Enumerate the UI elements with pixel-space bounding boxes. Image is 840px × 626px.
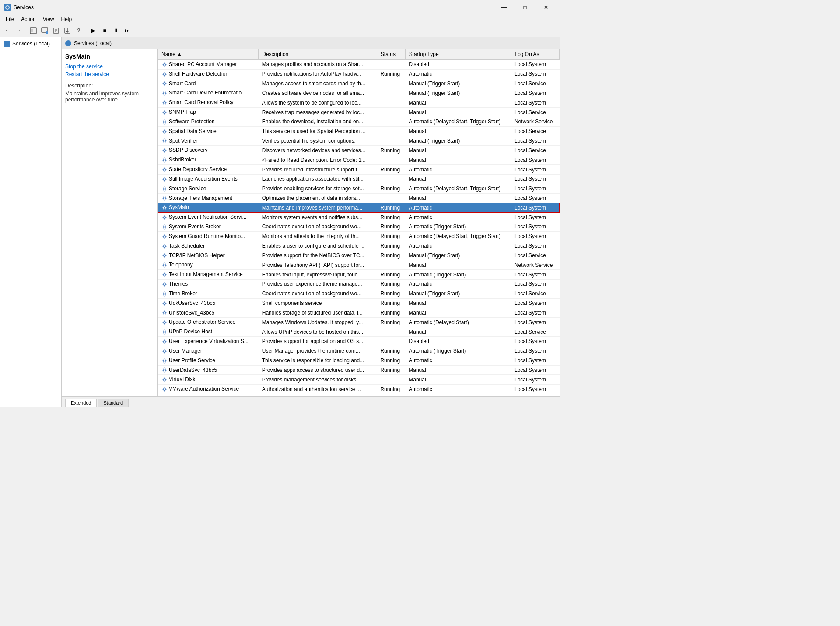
start-button[interactable]: ▶ [88, 25, 98, 36]
table-row[interactable]: Shell Hardware DetectionProvides notific… [158, 69, 560, 79]
back-button[interactable]: ← [2, 25, 13, 36]
table-row[interactable]: Spot VerifierVerifies potential file sys… [158, 136, 560, 146]
forward-button[interactable]: → [14, 25, 24, 36]
service-startup-cell: Manual [405, 98, 511, 108]
table-row[interactable]: UPnP Device HostAllows UPnP devices to b… [158, 327, 560, 337]
table-row[interactable]: UserDataSvc_43bc5Provides apps access to… [158, 365, 560, 375]
restart-service-link[interactable]: Restart the service [65, 71, 154, 77]
service-desc-cell: Monitors and attests to the integrity of… [259, 231, 377, 241]
service-startup-cell: Manual [405, 308, 511, 318]
table-row[interactable]: Software ProtectionEnables the download,… [158, 117, 560, 126]
menu-help[interactable]: Help [58, 15, 76, 23]
service-list-container[interactable]: Name ▲ Description Status Startup Type L… [158, 49, 560, 396]
table-row[interactable]: Shared PC Account ManagerManages profile… [158, 59, 560, 69]
service-logon-cell: Local System [511, 356, 560, 365]
service-status-cell: Running [377, 165, 405, 175]
col-startup[interactable]: Startup Type [405, 49, 511, 59]
service-desc-cell: Optimizes the placement of data in stora… [259, 193, 377, 203]
table-row[interactable]: Task SchedulerEnables a user to configur… [158, 241, 560, 251]
service-name-cell: Storage Tiers Management [158, 193, 259, 203]
table-row[interactable]: SNMP TrapReceives trap messages generate… [158, 108, 560, 117]
table-row[interactable]: UnistoreSvc_43bc5Handles storage of stru… [158, 308, 560, 318]
table-row[interactable]: Storage ServiceProvides enabling service… [158, 184, 560, 193]
table-row[interactable]: Text Input Management ServiceEnables tex… [158, 270, 560, 280]
service-name-cell: UdkUserSvc_43bc5 [158, 298, 259, 308]
service-startup-cell: Automatic (Delayed Start, Trigger Start) [405, 231, 511, 241]
service-name-cell: Task Scheduler [158, 241, 259, 251]
table-row[interactable]: Storage Tiers ManagementOptimizes the pl… [158, 193, 560, 203]
table-row[interactable]: Smart Card Device Enumeratio...Creates s… [158, 88, 560, 98]
table-row[interactable]: System Events BrokerCoordinates executio… [158, 222, 560, 232]
table-row[interactable]: System Event Notification Servi...Monito… [158, 213, 560, 222]
table-row[interactable]: TCP/IP NetBIOS HelperProvides support fo… [158, 251, 560, 260]
export-button[interactable] [62, 25, 73, 36]
table-row[interactable]: User Profile ServiceThis service is resp… [158, 356, 560, 365]
service-name-cell: System Event Notification Servi... [158, 213, 259, 222]
svg-point-43 [164, 369, 166, 371]
up-button[interactable] [39, 25, 50, 36]
svg-point-40 [164, 340, 166, 343]
service-desc-cell: Enables text input, expressive input, to… [259, 270, 377, 280]
svg-point-21 [164, 159, 166, 161]
table-row[interactable]: TelephonyProvides Telephony API (TAPI) s… [158, 260, 560, 270]
table-row[interactable]: Smart CardManages access to smart cards … [158, 79, 560, 88]
svg-point-1 [6, 6, 9, 9]
table-row[interactable]: SSDP DiscoveryDiscovers networked device… [158, 146, 560, 155]
col-status[interactable]: Status [377, 49, 405, 59]
table-row[interactable]: User Experience Virtualization S...Provi… [158, 337, 560, 346]
table-row[interactable]: Still Image Acquisition EventsLaunches a… [158, 174, 560, 184]
close-button[interactable]: ✕ [536, 0, 556, 14]
toolbar-separator-1 [26, 27, 26, 35]
service-name-cell: SshdBroker [158, 155, 259, 165]
service-name-cell: Smart Card Device Enumeratio... [158, 88, 259, 98]
service-logon-cell: Local System [511, 346, 560, 356]
service-desc-cell: Verifies potential file system corruptio… [259, 136, 377, 146]
table-row[interactable]: Smart Card Removal PolicyAllows the syst… [158, 98, 560, 108]
menu-view[interactable]: View [39, 15, 58, 23]
svg-point-17 [164, 121, 166, 123]
table-row[interactable]: Virtual DiskProvides management services… [158, 375, 560, 385]
maximize-button[interactable]: □ [515, 0, 535, 14]
service-name-cell: SysMain [158, 203, 259, 213]
service-desc-cell: Maintains and improves system performa..… [259, 203, 377, 213]
svg-point-24 [164, 188, 166, 190]
service-status-cell: Running [377, 280, 405, 289]
table-row[interactable]: User ManagerUser Manager provides the ru… [158, 346, 560, 356]
stop-service-link[interactable]: Stop the service [65, 63, 154, 70]
service-desc-cell: Coordinates execution of background wo..… [259, 289, 377, 298]
table-row[interactable]: State Repository ServiceProvides require… [158, 165, 560, 175]
menu-file[interactable]: File [2, 15, 18, 23]
service-name-cell: System Guard Runtime Monito... [158, 231, 259, 241]
service-startup-cell: Automatic [405, 241, 511, 251]
properties-button[interactable] [51, 25, 61, 36]
svg-point-5 [46, 31, 48, 34]
table-row[interactable]: UdkUserSvc_43bc5Shell components service… [158, 298, 560, 308]
service-logon-cell: Local System [511, 270, 560, 280]
menu-action[interactable]: Action [18, 15, 39, 23]
stop-button[interactable]: ■ [99, 25, 110, 36]
col-logon[interactable]: Log On As [511, 49, 560, 59]
show-hide-console-button[interactable] [28, 25, 38, 36]
pause-button[interactable]: ⏸ [111, 25, 121, 36]
table-row[interactable]: SysMainMaintains and improves system per… [158, 203, 560, 213]
table-row[interactable]: System Guard Runtime Monito...Monitors a… [158, 231, 560, 241]
table-row[interactable]: ThemesProvides user experience theme man… [158, 280, 560, 289]
table-row[interactable]: SshdBroker<Failed to Read Description. E… [158, 155, 560, 165]
tab-extended[interactable]: Extended [65, 399, 97, 407]
help-button[interactable]: ? [74, 25, 84, 36]
svg-point-22 [164, 168, 166, 171]
col-desc[interactable]: Description [259, 49, 377, 59]
restart-button[interactable]: ⏭ [122, 25, 133, 36]
svg-point-38 [164, 322, 166, 324]
table-row[interactable]: Spatial Data ServiceThis service is used… [158, 126, 560, 136]
service-desc-cell: Provides Telephony API (TAPI) support fo… [259, 260, 377, 270]
table-row[interactable]: Time BrokerCoordinates execution of back… [158, 289, 560, 298]
table-row[interactable]: Update Orchestrator ServiceManages Windo… [158, 318, 560, 327]
minimize-button[interactable]: — [494, 0, 514, 14]
service-desc-cell: Provides enabling services for storage s… [259, 184, 377, 193]
col-name[interactable]: Name ▲ [158, 49, 259, 59]
table-row[interactable]: VMware Authorization ServiceAuthorizatio… [158, 385, 560, 394]
service-logon-cell: Local Service [511, 126, 560, 136]
nav-item-services-local[interactable]: Services (Local) [0, 39, 61, 49]
tab-standard[interactable]: Standard [98, 399, 129, 407]
